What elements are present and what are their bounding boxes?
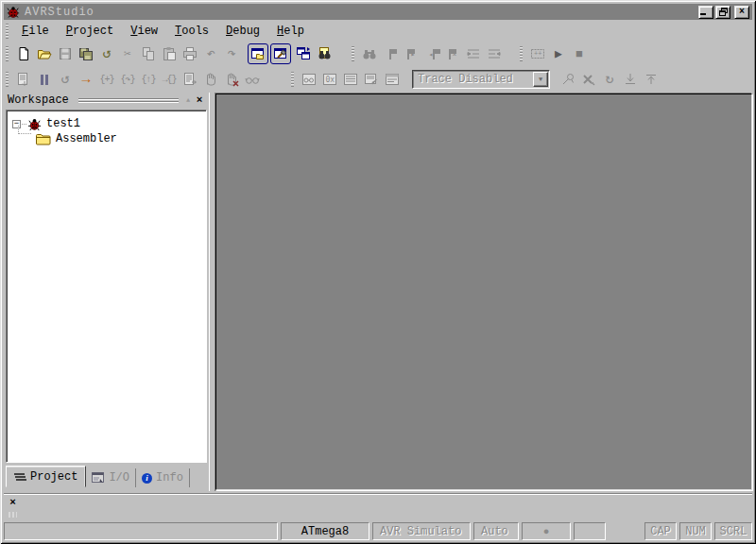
- toolbar-edit-grip[interactable]: [352, 46, 354, 61]
- reset-loop-icon: ↻: [605, 73, 613, 87]
- tree-connector-dots: [22, 124, 26, 125]
- next-bookmark-button[interactable]: ▸: [401, 43, 421, 64]
- toggle-breakpoint-button[interactable]: [558, 69, 578, 90]
- new-trace-window-button[interactable]: ++: [527, 43, 548, 64]
- clear-all-breakpoints-button[interactable]: [578, 69, 599, 90]
- break-button[interactable]: [200, 69, 221, 90]
- step-over-icon: {↷}: [120, 74, 134, 85]
- assembler-folder-label: Assembler: [56, 132, 117, 145]
- menu-grip[interactable]: [6, 24, 9, 39]
- clear-breakpoints-icon: [581, 72, 596, 87]
- app-icon: [7, 6, 20, 19]
- stop-button[interactable]: ■: [569, 43, 590, 64]
- workspace-title: Workspace: [8, 94, 69, 107]
- workspace-drag-grip[interactable]: [78, 98, 179, 103]
- quickwatch-button[interactable]: [242, 69, 263, 90]
- led-icon: ●: [543, 526, 550, 537]
- revert-icon: ↺: [102, 47, 111, 61]
- step-down-button[interactable]: [620, 69, 641, 90]
- step-over-button[interactable]: {↷}: [117, 69, 138, 90]
- combobox-dropdown-button[interactable]: ▼: [533, 72, 548, 87]
- new-file-button[interactable]: [13, 43, 34, 64]
- close-button[interactable]: ×: [734, 6, 749, 19]
- run-button[interactable]: ▶: [548, 43, 569, 64]
- save-button[interactable]: [55, 43, 76, 64]
- peripheral-window-button[interactable]: [361, 69, 382, 90]
- copy-button[interactable]: [138, 43, 159, 64]
- previous-bookmark-button[interactable]: ◂: [421, 43, 442, 64]
- menu-view[interactable]: View: [122, 23, 166, 40]
- open-folder-icon: [37, 46, 52, 61]
- status-mode-panel: Auto: [473, 522, 519, 540]
- tab-io[interactable]: I/O: [86, 468, 136, 487]
- status-num-panel: NUM: [679, 522, 712, 540]
- message-window-button[interactable]: [382, 69, 403, 90]
- trace-mode-value: Trace Disabled: [413, 73, 533, 86]
- menu-debug[interactable]: Debug: [217, 23, 268, 40]
- revert-button[interactable]: ↺: [96, 43, 117, 64]
- trace-mode-combobox[interactable]: Trace Disabled ▼: [412, 70, 550, 89]
- step-out-button[interactable]: {↑}: [138, 69, 159, 90]
- toolbar1-grip[interactable]: [6, 46, 9, 61]
- toggle-output-button[interactable]: [270, 43, 291, 64]
- run-to-cursor-icon: →{}: [162, 75, 176, 85]
- menu-project[interactable]: Project: [58, 23, 122, 40]
- cut-icon: ✂: [124, 48, 131, 60]
- menu-bar: File Project View Tools Debug Help: [4, 22, 752, 41]
- reset-icon: ↺: [60, 73, 69, 87]
- save-icon: [58, 46, 73, 61]
- print-button[interactable]: [180, 43, 200, 64]
- undo-button[interactable]: ↶: [200, 43, 221, 64]
- open-file-button[interactable]: [34, 43, 55, 64]
- menu-tools[interactable]: Tools: [166, 23, 217, 40]
- toolbar-run-grip[interactable]: [520, 46, 523, 61]
- workspace-close-button[interactable]: ×: [194, 94, 205, 106]
- show-next-statement-button[interactable]: [13, 69, 34, 90]
- toggle-bookmark-button[interactable]: [380, 43, 401, 64]
- pause-button[interactable]: [34, 69, 55, 90]
- toggle-workspace-button[interactable]: [248, 43, 268, 64]
- status-caps-panel: CAP: [644, 522, 677, 540]
- toolbar-debug-grip[interactable]: [6, 72, 9, 87]
- watch-window-button[interactable]: [299, 69, 319, 90]
- outdent-button[interactable]: [484, 43, 505, 64]
- caps-label: CAP: [650, 525, 671, 538]
- arrow-up-to-line-icon: [644, 72, 659, 87]
- menu-help[interactable]: Help: [268, 23, 313, 40]
- indent-button[interactable]: [463, 43, 484, 64]
- paste-button[interactable]: [159, 43, 180, 64]
- run-to-cursor-button[interactable]: →{}: [159, 69, 180, 90]
- workspace-splitter[interactable]: [209, 93, 215, 491]
- remove-breakpoints-button[interactable]: [221, 69, 242, 90]
- tab-project[interactable]: Project: [6, 466, 86, 487]
- reset-simulator-button[interactable]: ↻: [599, 69, 620, 90]
- undo-icon: ↶: [206, 47, 215, 61]
- cascade-windows-button[interactable]: [293, 43, 314, 64]
- find-button[interactable]: [359, 43, 380, 64]
- find-in-files-button[interactable]: [314, 43, 335, 64]
- statement-doc-icon: [16, 72, 31, 87]
- toolbar-views-grip[interactable]: [291, 72, 294, 87]
- minimize-button[interactable]: [698, 6, 713, 19]
- tree-row-project[interactable]: − test1: [9, 116, 204, 131]
- peripheral-window-icon: [364, 72, 379, 87]
- restore-button[interactable]: [715, 6, 730, 19]
- output-pane: ×: [4, 493, 752, 518]
- cut-button[interactable]: ✂: [117, 43, 138, 64]
- menu-file[interactable]: File: [13, 23, 58, 40]
- trace-into-button[interactable]: {+}: [96, 69, 117, 90]
- auto-step-button[interactable]: [180, 69, 200, 90]
- redo-button[interactable]: ↷: [221, 43, 242, 64]
- step-up-button[interactable]: [641, 69, 662, 90]
- status-spacer: [609, 522, 644, 540]
- memory-window-button[interactable]: [340, 69, 361, 90]
- tree-row-assembler[interactable]: Assembler: [9, 131, 204, 146]
- register-window-button[interactable]: 0x: [319, 69, 340, 90]
- reset-button[interactable]: ↺: [55, 69, 76, 90]
- workspace-collapse-button[interactable]: ▲: [182, 94, 194, 106]
- save-all-button[interactable]: [76, 43, 96, 64]
- clear-bookmarks-button[interactable]: ×: [442, 43, 463, 64]
- tab-info[interactable]: i Info: [136, 468, 190, 487]
- step-button[interactable]: →: [76, 69, 96, 90]
- output-close-button[interactable]: ×: [8, 497, 18, 507]
